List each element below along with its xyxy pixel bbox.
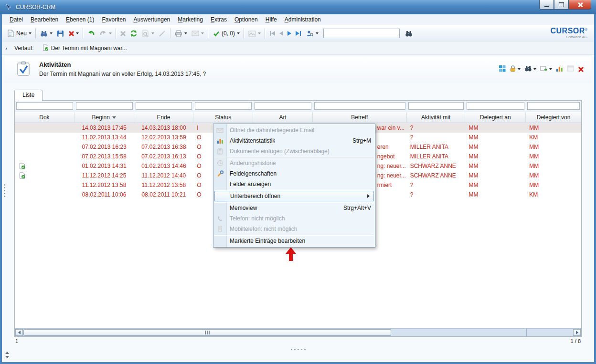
- nav-last-button[interactable]: [296, 31, 301, 36]
- column-header-ende[interactable]: Ende: [134, 112, 194, 123]
- context-item-feldeigenschaften[interactable]: Feldeigenschaften: [213, 168, 375, 179]
- toolbar: Neu: [2, 25, 594, 42]
- filter-input-beginn[interactable]: [76, 102, 133, 110]
- column-header-delegiert-von[interactable]: Delegiert von: [526, 112, 581, 123]
- chevron-down-icon: [201, 32, 204, 34]
- bottom-panel-toggles[interactable]: [5, 352, 9, 358]
- column-header-dok[interactable]: Dok: [15, 112, 74, 123]
- tab-strip: Liste: [14, 90, 43, 101]
- menu-ebenen[interactable]: Ebenen (1): [62, 15, 98, 24]
- column-header-art[interactable]: Art: [253, 112, 313, 123]
- close-red-icon: [578, 66, 584, 72]
- menu-administration[interactable]: Administration: [281, 15, 325, 24]
- context-item-telefon: Telefon: nicht möglich: [213, 213, 375, 224]
- grid-icon: [499, 65, 506, 73]
- grid-view-button[interactable]: [499, 65, 506, 73]
- print-button[interactable]: [172, 28, 189, 39]
- paste-icon: [216, 147, 224, 155]
- maximize-button[interactable]: [554, 0, 569, 10]
- menu-optionen[interactable]: Optionen: [231, 15, 262, 24]
- context-menu: Öffnet die dahinterliegende Email Aktivi…: [213, 124, 375, 248]
- brand-subtitle: Software AG: [550, 35, 587, 40]
- filter-input-betreff[interactable]: [314, 102, 405, 110]
- lock-icon: [510, 65, 516, 73]
- quick-search-input[interactable]: [323, 29, 400, 38]
- context-item-memoview[interactable]: Memoview Strg+Alt+V: [213, 203, 375, 213]
- close-icon: [578, 2, 583, 7]
- table-header: Dok Beginn Ende Status Art Betreff Aktiv…: [15, 112, 581, 123]
- filter-row: [15, 101, 581, 112]
- minimize-button[interactable]: [539, 0, 554, 10]
- close-view-button[interactable]: [578, 66, 584, 72]
- context-item-open-email: Öffnet die dahinterliegende Email: [213, 125, 375, 135]
- find-button[interactable]: [403, 28, 415, 39]
- context-item-unterbereich-oeffnen[interactable]: Unterbereich öffnen: [214, 191, 374, 201]
- close-button[interactable]: [569, 0, 591, 10]
- menu-bearbeiten[interactable]: Bearbeiten: [27, 15, 62, 24]
- left-splitter-handle[interactable]: [4, 184, 5, 186]
- filter-input-aktivitaet-mit[interactable]: [408, 102, 464, 110]
- context-item-aktivitaetenstatistik[interactable]: Aktivitätenstatistik Strg+M: [213, 135, 375, 146]
- pane-split-divider[interactable]: [526, 329, 527, 336]
- export-button[interactable]: [540, 65, 552, 73]
- menu-favoriten[interactable]: Favoriten: [98, 15, 129, 24]
- scrollbar-grip: [205, 331, 206, 334]
- column-header-delegiert-an[interactable]: Delegiert an: [465, 112, 526, 123]
- selection-count-label: (0, 0): [222, 30, 235, 37]
- nav-previous-button: [279, 31, 283, 36]
- horizontal-scrollbar[interactable]: [15, 328, 581, 336]
- new-button[interactable]: Neu: [5, 28, 33, 39]
- filter-input-status[interactable]: [195, 102, 252, 110]
- scroll-right-icon: [576, 331, 578, 334]
- undo-button[interactable]: [85, 28, 97, 39]
- binoculars-icon: [404, 30, 413, 38]
- delete-button[interactable]: [66, 29, 81, 38]
- chevron-down-icon: [29, 32, 32, 34]
- menu-datei[interactable]: Datei: [6, 15, 27, 24]
- menu-extras[interactable]: Extras: [207, 15, 231, 24]
- scrollbar-thumb[interactable]: [23, 329, 391, 336]
- filter-input-delegiert-von[interactable]: [527, 102, 580, 110]
- save-button[interactable]: [54, 28, 66, 39]
- new-document-icon: [7, 30, 15, 38]
- column-header-betreff[interactable]: Betreff: [313, 112, 407, 123]
- context-item-felder-anzeigen[interactable]: Felder anzeigen: [213, 179, 375, 189]
- bottom-panel-handle[interactable]: [2, 345, 594, 353]
- scroll-left-button[interactable]: [15, 329, 23, 336]
- header-search-button[interactable]: [524, 65, 536, 73]
- column-header-aktivitaet-mit[interactable]: Aktivität mit: [407, 112, 466, 123]
- selection-count-button[interactable]: (0, 0): [210, 28, 242, 39]
- printer-icon: [174, 30, 182, 38]
- menu-marketing[interactable]: Marketing: [174, 15, 207, 24]
- shortcut-label: Strg+Alt+V: [334, 205, 371, 211]
- history-entry-icon: [43, 44, 49, 52]
- filter-input-art[interactable]: [255, 102, 311, 110]
- menu-hilfe[interactable]: Hilfe: [262, 15, 281, 24]
- scroll-right-button[interactable]: [573, 329, 581, 336]
- history-entry[interactable]: Der Termin mit Magnani war...: [43, 44, 127, 52]
- nav-next-button[interactable]: [287, 31, 291, 36]
- mail-button: [189, 28, 206, 39]
- search-button[interactable]: [38, 28, 54, 39]
- record-navigation: [270, 31, 301, 36]
- column-header-beginn[interactable]: Beginn: [74, 112, 134, 123]
- window-body: Datei Bearbeiten Ebenen (1) Favoriten Au…: [2, 14, 594, 362]
- back-arrow-icon: [87, 30, 95, 38]
- statistics-button[interactable]: [556, 65, 563, 73]
- filter-input-dok[interactable]: [16, 102, 73, 110]
- person-search-button[interactable]: [304, 28, 320, 39]
- menu-auswertungen[interactable]: Auswertungen: [130, 15, 174, 24]
- history-clock-icon: [216, 159, 224, 167]
- chevron-down-icon: [184, 32, 187, 34]
- tab-liste[interactable]: Liste: [14, 90, 43, 101]
- filter-input-ende[interactable]: [136, 102, 192, 110]
- mobile-phone-icon: [216, 225, 224, 233]
- refresh-button[interactable]: [128, 28, 139, 39]
- title-bar[interactable]: CURSOR-CRM: [0, 0, 596, 14]
- panel-collapse-icon[interactable]: ›: [2, 45, 11, 51]
- context-item-markierte-eintraege[interactable]: Markierte Einträge bearbeiten: [213, 236, 375, 246]
- lock-button[interactable]: [510, 65, 521, 73]
- column-header-status[interactable]: Status: [193, 112, 253, 123]
- tools-icon: [216, 170, 224, 177]
- filter-input-delegiert-an[interactable]: [467, 102, 524, 110]
